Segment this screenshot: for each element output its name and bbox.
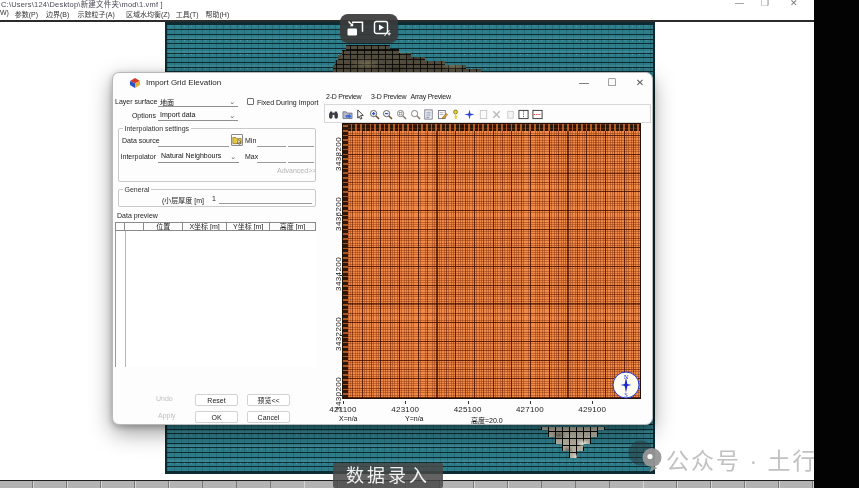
status-y: Y=n/a	[405, 415, 424, 422]
dialog-minimize-button[interactable]: —	[575, 76, 593, 90]
page-small-icon[interactable]	[505, 109, 516, 120]
compass-south-label: S	[624, 391, 628, 398]
dialog-icon	[129, 77, 141, 89]
cancel-button[interactable]: Cancel	[247, 411, 290, 423]
folder-import-icon[interactable]	[342, 109, 353, 120]
key-icon[interactable]	[450, 109, 461, 120]
menu-bar: W)参数(P)边界(B)示踪粒子(A)区域水均衡(Z)工具(T)帮助(H)	[0, 7, 814, 20]
delete-x-icon[interactable]	[491, 109, 502, 120]
binoculars-icon[interactable]	[328, 109, 339, 120]
exit-pip-icon[interactable]	[346, 20, 365, 37]
letterbox-bar	[814, 0, 859, 488]
ok-button[interactable]: OK	[195, 411, 238, 423]
watermark-logo	[628, 440, 664, 474]
data-preview-label: Data preview	[117, 212, 158, 219]
x-tick-mark	[592, 401, 593, 404]
tab-3-d-preview[interactable]: 3-D Preview	[371, 93, 406, 100]
menu-item-5[interactable]: 工具(T)	[176, 9, 199, 19]
x-tick-mark	[405, 401, 406, 404]
y-tick-label: 3436200	[334, 197, 343, 231]
dam-cross-section	[329, 44, 497, 74]
min-label: Min	[245, 137, 256, 144]
interpolation-settings-legend: Interpolation settings	[123, 125, 192, 132]
window-close-button[interactable]: ✕	[790, 0, 798, 8]
max-field-2[interactable]	[288, 154, 314, 163]
tab-2-d-preview[interactable]: 2-D Preview	[326, 93, 361, 100]
y-tick-mark	[340, 395, 343, 396]
doc-lines-icon[interactable]	[423, 109, 434, 120]
menu-item-1[interactable]: 参数(P)	[15, 9, 38, 19]
column-header-1	[125, 223, 144, 230]
menu-item-6[interactable]: 帮助(H)	[206, 9, 230, 19]
interpolator-select[interactable]: Natural Neighbours ⌄	[158, 152, 239, 163]
options-value: Import data	[160, 111, 195, 118]
menu-item-3[interactable]: 示踪粒子(A)	[78, 9, 115, 19]
y-tick-label: 3432200	[334, 317, 343, 351]
data-source-field[interactable]	[158, 138, 229, 147]
tab-array-preview[interactable]: Array Preview	[411, 93, 451, 100]
star4-icon[interactable]	[464, 109, 475, 120]
min-field-2[interactable]	[288, 138, 314, 147]
chevron-down-icon: ⌄	[229, 112, 235, 120]
doc-edit-icon[interactable]	[437, 109, 448, 120]
advanced-button[interactable]: Advanced>>	[277, 167, 316, 174]
dialog-maximize-button[interactable]: ☐	[603, 76, 621, 90]
menu-item-0[interactable]: W)	[0, 9, 9, 16]
preview-toolbar	[324, 104, 651, 123]
y-tick-mark	[340, 275, 343, 276]
data-source-browse-button[interactable]	[231, 134, 243, 146]
window-restore-button[interactable]: ❐	[761, 0, 769, 8]
layer-thickness-field[interactable]	[219, 195, 312, 204]
zoom-out-icon[interactable]	[382, 109, 393, 120]
grid-dense-band-top	[343, 124, 640, 131]
video-overlay-controls	[340, 14, 398, 43]
x-tick-label: 429100	[578, 405, 606, 414]
options-select[interactable]: Import data ⌄	[158, 111, 238, 121]
compass-icon: N S	[612, 371, 640, 399]
column-header-3: X坐标 [m]	[183, 223, 227, 230]
y-tick-mark	[340, 335, 343, 336]
min-field[interactable]	[257, 138, 287, 147]
x-tick-mark	[343, 401, 344, 404]
options-label: Options	[115, 112, 156, 119]
zoom-in-icon[interactable]	[369, 109, 380, 120]
screen: C:\Users\124\Desktop\新建文件夹\mod\1.vmf ] W…	[0, 0, 859, 488]
window-minimize-button[interactable]: —	[735, 0, 744, 8]
y-tick-mark	[340, 215, 343, 216]
zoom-extent-icon[interactable]	[410, 109, 421, 120]
general-legend: General	[123, 186, 152, 193]
dialog-close-button[interactable]: ✕	[631, 76, 649, 90]
zoom-window-icon[interactable]	[396, 109, 407, 120]
x-tick-mark	[468, 401, 469, 404]
split-vertical-icon[interactable]	[518, 109, 529, 120]
x-tick-mark	[530, 401, 531, 404]
page-new-icon[interactable]	[478, 109, 489, 120]
split-horizontal-icon[interactable]	[532, 109, 543, 120]
x-tick-label: 421100	[329, 405, 356, 414]
interpolator-label: Interpolator	[115, 153, 156, 160]
layer-surface-select[interactable]: 地面 ⌄	[158, 97, 238, 107]
menu-item-4[interactable]: 区域水均衡(Z)	[126, 9, 170, 19]
row-header-separator	[125, 231, 126, 367]
x-tick-label: 425100	[454, 405, 482, 414]
undo-button[interactable]: Undo	[156, 395, 173, 402]
preview-button[interactable]: 预览<<	[247, 394, 290, 406]
column-header-4: Y坐标 [m]	[227, 223, 271, 230]
data-preview-table-body[interactable]	[115, 231, 316, 367]
auto-play-icon[interactable]	[373, 20, 392, 37]
fixed-during-import-checkbox[interactable]	[247, 98, 254, 105]
column-header-5: 高度 [m]	[270, 223, 314, 230]
layer-surface-label: Layer surface	[115, 98, 156, 105]
layer-thickness-value[interactable]: 1	[212, 195, 216, 202]
menu-item-2[interactable]: 边界(B)	[46, 9, 69, 19]
column-header-2: 位置	[144, 223, 183, 230]
column-header-0	[116, 223, 125, 230]
chevron-down-icon: ⌄	[229, 98, 235, 106]
layer-surface-value: 地面	[160, 97, 174, 107]
cursor-icon[interactable]	[355, 109, 366, 120]
apply-button[interactable]: Apply	[158, 412, 176, 419]
grid-preview-plot[interactable]	[342, 123, 641, 399]
data-source-label: Data source	[122, 137, 160, 144]
max-field[interactable]	[257, 154, 287, 163]
reset-button[interactable]: Reset	[195, 394, 238, 406]
